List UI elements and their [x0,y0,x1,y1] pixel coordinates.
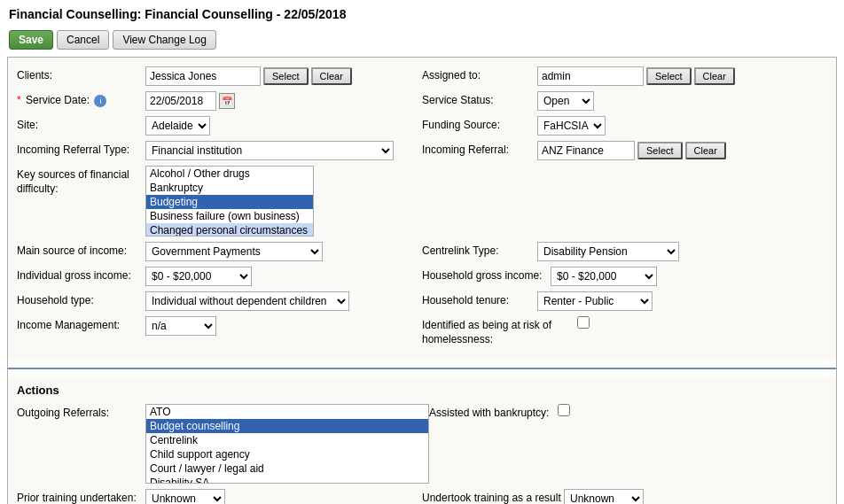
centrelink-type-field: Disability Pension [537,242,679,261]
row-incoming-referral-type: Incoming Referral Type: Financial instit… [17,141,827,160]
funding-source-field: FaHCSIA [537,116,606,136]
at-risk-label: Identified as being at risk of homelessn… [422,316,577,346]
at-risk-checkbox[interactable] [577,316,590,329]
row-site: Site: Adelaide Funding Source: FaHCSIA [17,116,827,136]
household-gross-field: $0 - $20,000 [551,267,657,286]
incoming-referral-input[interactable] [537,141,635,160]
income-management-field: n/a [145,316,216,336]
household-tenure-field: Renter - Public [537,291,653,311]
list-item[interactable]: Disability SA [146,476,428,484]
individual-gross-field: $0 - $20,000 [145,267,252,286]
household-type-label: Household type: [17,291,145,308]
prior-training-select[interactable]: Unknown Yes No [145,489,225,504]
list-item[interactable]: Bankruptcy [146,181,313,195]
actions-title: Actions [17,384,827,397]
clients-clear-button[interactable]: Clear [311,67,352,85]
undertook-training-label: Undertook training as a result of Financ… [422,489,564,504]
key-sources-label: Key sources of financial difficulty: [17,166,145,196]
list-item[interactable]: Budget counselling [146,419,428,433]
list-item[interactable]: Court / lawyer / legal aid [146,461,428,476]
view-change-log-button-top[interactable]: View Change Log [113,30,216,50]
save-button-top[interactable]: Save [9,30,53,50]
site-field: Adelaide [145,116,210,136]
row-clients: Clients: Select Clear Assigned to: Selec… [17,66,827,86]
row-service-date: * Service Date: i 📅 Service Status: Open… [17,91,827,111]
list-item[interactable]: Centrelink [146,433,428,447]
col-incoming-referral-type: Incoming Referral Type: Financial instit… [17,141,422,160]
col-household-type: Household type: Individual without depen… [17,291,422,311]
outgoing-referrals-label: Outgoing Referrals: [17,404,145,421]
required-star: * [17,94,21,106]
prior-training-field: Unknown Yes No [145,489,225,504]
section-divider [8,368,836,369]
calendar-icon[interactable]: 📅 [219,93,235,109]
centrelink-type-label: Centrelink Type: [422,242,537,257]
col-incoming-referral: Incoming Referral: Select Clear [422,141,827,160]
page-title: Financial Counselling: Financial Counsel… [0,0,844,27]
service-status-select[interactable]: Open Closed [537,91,594,111]
list-item[interactable]: Changed personal circumstances [146,223,313,236]
col-undertook-training: Undertook training as a result of Financ… [422,489,827,504]
individual-gross-select[interactable]: $0 - $20,000 [145,267,252,286]
col-household-tenure: Household tenure: Renter - Public [422,291,827,311]
col-assigned-to: Assigned to: Select Clear [422,66,827,86]
key-sources-listbox[interactable]: Alcohol / Other drugs Bankruptcy Budgeti… [145,166,314,236]
list-item[interactable]: Alcohol / Other drugs [146,167,313,181]
assigned-to-field: Select Clear [537,66,735,86]
row-main-source: Main source of income: Government Paymen… [17,242,827,261]
prior-training-label: Prior training undertaken: [17,489,145,504]
assigned-to-clear-button[interactable]: Clear [694,67,735,85]
incoming-referral-type-select[interactable]: Financial institution [145,141,394,160]
household-gross-select[interactable]: $0 - $20,000 [551,267,657,286]
assigned-to-select-button[interactable]: Select [646,67,692,85]
assisted-bankruptcy-label: Assisted with bankruptcy: [429,404,558,421]
row-household-type: Household type: Individual without depen… [17,291,827,311]
service-status-label: Service Status: [422,91,537,106]
income-management-select[interactable]: n/a [145,316,216,336]
site-select[interactable]: Adelaide [145,116,210,136]
undertook-training-select[interactable]: Unknown Yes No [564,489,644,504]
service-date-label: * Service Date: i [17,91,145,108]
assigned-to-label: Assigned to: [422,66,537,81]
site-label: Site: [17,116,145,133]
household-tenure-select[interactable]: Renter - Public [537,291,653,311]
list-item[interactable]: ATO [146,405,428,419]
col-income-management: Income Management: n/a [17,316,422,336]
household-type-select[interactable]: Individual without dependent children [145,291,349,311]
row-key-sources: Key sources of financial difficulty: Alc… [17,166,827,236]
individual-gross-label: Individual gross income: [17,267,145,283]
col-clients: Clients: Select Clear [17,66,422,86]
col-individual-gross: Individual gross income: $0 - $20,000 [17,267,422,286]
incoming-referral-clear-button[interactable]: Clear [685,142,726,159]
assisted-bankruptcy-checkbox[interactable] [558,404,570,416]
clients-select-button[interactable]: Select [263,67,309,85]
service-status-field: Open Closed [537,91,594,111]
undertook-training-field: Unknown Yes No [564,489,644,504]
list-item[interactable]: Child support agency [146,447,428,461]
col-household-gross: Household gross income: $0 - $20,000 [422,267,827,286]
cancel-button-top[interactable]: Cancel [57,30,109,50]
clients-field: Select Clear [145,66,352,86]
row-individual-gross: Individual gross income: $0 - $20,000 Ho… [17,267,827,286]
col-centrelink-type: Centrelink Type: Disability Pension [422,242,827,261]
col-key-sources: Key sources of financial difficulty: Alc… [17,166,422,236]
main-form: Clients: Select Clear Assigned to: Selec… [7,57,837,504]
info-icon[interactable]: i [94,95,106,107]
centrelink-type-select[interactable]: Disability Pension [537,242,679,261]
service-date-input[interactable] [145,91,216,111]
list-item[interactable]: Business failure (own business) [146,209,313,223]
incoming-referral-select-button[interactable]: Select [637,142,683,159]
col-main-source: Main source of income: Government Paymen… [17,242,422,261]
col-outgoing-referrals: Outgoing Referrals: ATO Budget counselli… [17,404,429,484]
incoming-referral-type-label: Incoming Referral Type: [17,141,145,158]
income-management-label: Income Management: [17,316,145,333]
list-item[interactable]: Budgeting [146,195,313,209]
funding-source-select[interactable]: FaHCSIA [537,116,606,136]
outgoing-referrals-listbox[interactable]: ATO Budget counselling Centrelink Child … [145,404,429,484]
col-prior-training: Prior training undertaken: Unknown Yes N… [17,489,422,504]
main-source-select[interactable]: Government Payments [145,242,323,261]
assigned-to-input[interactable] [537,66,644,86]
clients-input[interactable] [145,66,261,86]
funding-source-label: Funding Source: [422,116,537,131]
col-service-date: * Service Date: i 📅 [17,91,422,111]
